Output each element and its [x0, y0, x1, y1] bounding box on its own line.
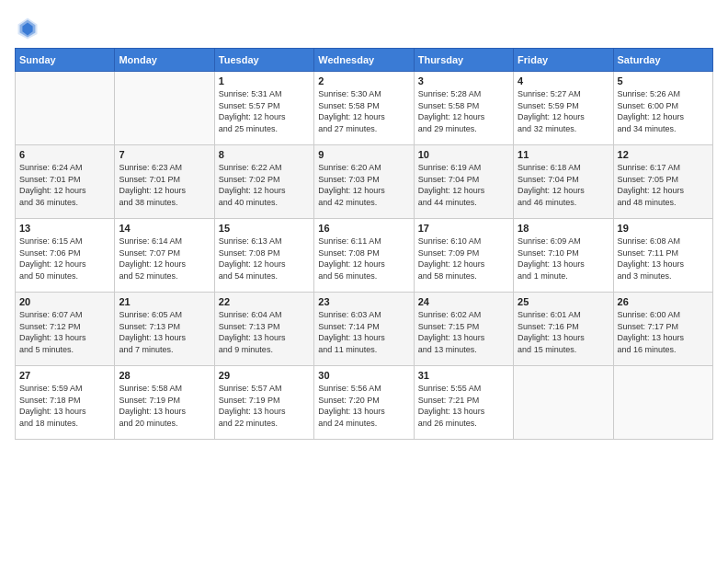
day-info: Sunrise: 6:10 AM Sunset: 7:09 PM Dayligh…: [418, 236, 509, 282]
week-row-0: 1Sunrise: 5:31 AM Sunset: 5:57 PM Daylig…: [16, 72, 713, 145]
day-number: 7: [119, 149, 210, 160]
day-info: Sunrise: 5:59 AM Sunset: 7:18 PM Dayligh…: [19, 383, 110, 429]
day-info: Sunrise: 6:20 AM Sunset: 7:03 PM Dayligh…: [318, 162, 409, 208]
calendar-cell: 22Sunrise: 6:04 AM Sunset: 7:13 PM Dayli…: [214, 293, 313, 366]
calendar-cell: 8Sunrise: 6:22 AM Sunset: 7:02 PM Daylig…: [214, 145, 313, 219]
day-info: Sunrise: 6:23 AM Sunset: 7:01 PM Dayligh…: [119, 162, 210, 208]
calendar-cell: 6Sunrise: 6:24 AM Sunset: 7:01 PM Daylig…: [16, 145, 115, 219]
day-info: Sunrise: 6:00 AM Sunset: 7:17 PM Dayligh…: [618, 309, 709, 355]
calendar-table: SundayMondayTuesdayWednesdayThursdayFrid…: [15, 48, 713, 440]
day-number: 27: [19, 370, 110, 381]
day-number: 3: [418, 75, 509, 86]
calendar-cell: 1Sunrise: 5:31 AM Sunset: 5:57 PM Daylig…: [214, 72, 313, 145]
calendar-cell: 28Sunrise: 5:58 AM Sunset: 7:19 PM Dayli…: [115, 366, 214, 440]
day-info: Sunrise: 6:04 AM Sunset: 7:13 PM Dayligh…: [219, 309, 310, 355]
calendar-cell: 18Sunrise: 6:09 AM Sunset: 7:10 PM Dayli…: [514, 219, 613, 293]
day-info: Sunrise: 6:19 AM Sunset: 7:04 PM Dayligh…: [418, 162, 509, 208]
day-info: Sunrise: 5:27 AM Sunset: 5:59 PM Dayligh…: [518, 88, 609, 134]
day-number: 12: [618, 149, 709, 160]
week-row-4: 27Sunrise: 5:59 AM Sunset: 7:18 PM Dayli…: [16, 366, 713, 440]
calendar-cell: 5Sunrise: 5:26 AM Sunset: 6:00 PM Daylig…: [613, 72, 712, 145]
week-row-3: 20Sunrise: 6:07 AM Sunset: 7:12 PM Dayli…: [16, 293, 713, 366]
header-wednesday: Wednesday: [314, 49, 414, 72]
day-number: 16: [318, 223, 409, 234]
day-info: Sunrise: 5:30 AM Sunset: 5:58 PM Dayligh…: [318, 88, 409, 134]
logo: [15, 15, 44, 40]
day-info: Sunrise: 6:11 AM Sunset: 7:08 PM Dayligh…: [318, 236, 409, 282]
day-info: Sunrise: 6:22 AM Sunset: 7:02 PM Dayligh…: [219, 162, 310, 208]
day-number: 23: [318, 296, 409, 307]
day-number: 6: [19, 149, 110, 160]
day-info: Sunrise: 6:01 AM Sunset: 7:16 PM Dayligh…: [518, 309, 609, 355]
calendar-cell: 19Sunrise: 6:08 AM Sunset: 7:11 PM Dayli…: [613, 219, 712, 293]
day-number: 14: [119, 223, 210, 234]
day-info: Sunrise: 5:28 AM Sunset: 5:58 PM Dayligh…: [418, 88, 509, 134]
day-number: 4: [518, 75, 609, 86]
header-row: SundayMondayTuesdayWednesdayThursdayFrid…: [16, 49, 713, 72]
day-info: Sunrise: 6:14 AM Sunset: 7:07 PM Dayligh…: [119, 236, 210, 282]
calendar-cell: [613, 366, 712, 440]
logo-icon: [15, 15, 40, 40]
calendar-cell: 16Sunrise: 6:11 AM Sunset: 7:08 PM Dayli…: [314, 219, 414, 293]
calendar-cell: 25Sunrise: 6:01 AM Sunset: 7:16 PM Dayli…: [514, 293, 613, 366]
week-row-2: 13Sunrise: 6:15 AM Sunset: 7:06 PM Dayli…: [16, 219, 713, 293]
calendar-cell: 13Sunrise: 6:15 AM Sunset: 7:06 PM Dayli…: [16, 219, 115, 293]
calendar-cell: [514, 366, 613, 440]
day-info: Sunrise: 6:18 AM Sunset: 7:04 PM Dayligh…: [518, 162, 609, 208]
day-info: Sunrise: 6:02 AM Sunset: 7:15 PM Dayligh…: [418, 309, 509, 355]
calendar-cell: [115, 72, 214, 145]
calendar-cell: 24Sunrise: 6:02 AM Sunset: 7:15 PM Dayli…: [414, 293, 513, 366]
calendar-cell: 14Sunrise: 6:14 AM Sunset: 7:07 PM Dayli…: [115, 219, 214, 293]
calendar-cell: 10Sunrise: 6:19 AM Sunset: 7:04 PM Dayli…: [414, 145, 513, 219]
day-number: 25: [518, 296, 609, 307]
day-number: 20: [19, 296, 110, 307]
calendar-cell: [16, 72, 115, 145]
header-monday: Monday: [115, 49, 214, 72]
day-number: 30: [318, 370, 409, 381]
calendar-cell: 15Sunrise: 6:13 AM Sunset: 7:08 PM Dayli…: [214, 219, 313, 293]
day-number: 11: [518, 149, 609, 160]
day-info: Sunrise: 6:24 AM Sunset: 7:01 PM Dayligh…: [19, 162, 110, 208]
day-number: 15: [219, 223, 310, 234]
calendar-cell: 31Sunrise: 5:55 AM Sunset: 7:21 PM Dayli…: [414, 366, 513, 440]
day-number: 24: [418, 296, 509, 307]
day-info: Sunrise: 6:13 AM Sunset: 7:08 PM Dayligh…: [219, 236, 310, 282]
calendar-cell: 27Sunrise: 5:59 AM Sunset: 7:18 PM Dayli…: [16, 366, 115, 440]
day-number: 10: [418, 149, 509, 160]
day-info: Sunrise: 6:05 AM Sunset: 7:13 PM Dayligh…: [119, 309, 210, 355]
header-friday: Friday: [514, 49, 613, 72]
calendar-cell: 29Sunrise: 5:57 AM Sunset: 7:19 PM Dayli…: [214, 366, 313, 440]
header-thursday: Thursday: [414, 49, 513, 72]
calendar-cell: 2Sunrise: 5:30 AM Sunset: 5:58 PM Daylig…: [314, 72, 414, 145]
day-number: 9: [318, 149, 409, 160]
calendar-cell: 21Sunrise: 6:05 AM Sunset: 7:13 PM Dayli…: [115, 293, 214, 366]
day-number: 17: [418, 223, 509, 234]
calendar-cell: 26Sunrise: 6:00 AM Sunset: 7:17 PM Dayli…: [613, 293, 712, 366]
day-number: 13: [19, 223, 110, 234]
calendar-cell: 20Sunrise: 6:07 AM Sunset: 7:12 PM Dayli…: [16, 293, 115, 366]
day-info: Sunrise: 5:58 AM Sunset: 7:19 PM Dayligh…: [119, 383, 210, 429]
day-info: Sunrise: 6:17 AM Sunset: 7:05 PM Dayligh…: [618, 162, 709, 208]
calendar-cell: 11Sunrise: 6:18 AM Sunset: 7:04 PM Dayli…: [514, 145, 613, 219]
calendar-cell: 17Sunrise: 6:10 AM Sunset: 7:09 PM Dayli…: [414, 219, 513, 293]
calendar-cell: 3Sunrise: 5:28 AM Sunset: 5:58 PM Daylig…: [414, 72, 513, 145]
day-info: Sunrise: 6:15 AM Sunset: 7:06 PM Dayligh…: [19, 236, 110, 282]
calendar-cell: 12Sunrise: 6:17 AM Sunset: 7:05 PM Dayli…: [613, 145, 712, 219]
calendar-cell: 4Sunrise: 5:27 AM Sunset: 5:59 PM Daylig…: [514, 72, 613, 145]
day-info: Sunrise: 5:55 AM Sunset: 7:21 PM Dayligh…: [418, 383, 509, 429]
header-sunday: Sunday: [16, 49, 115, 72]
header-saturday: Saturday: [613, 49, 712, 72]
calendar-cell: 23Sunrise: 6:03 AM Sunset: 7:14 PM Dayli…: [314, 293, 414, 366]
calendar-cell: 30Sunrise: 5:56 AM Sunset: 7:20 PM Dayli…: [314, 366, 414, 440]
day-info: Sunrise: 5:26 AM Sunset: 6:00 PM Dayligh…: [618, 88, 709, 134]
day-number: 28: [119, 370, 210, 381]
day-number: 2: [318, 75, 409, 86]
day-info: Sunrise: 6:03 AM Sunset: 7:14 PM Dayligh…: [318, 309, 409, 355]
day-number: 18: [518, 223, 609, 234]
day-number: 29: [219, 370, 310, 381]
day-number: 5: [618, 75, 709, 86]
day-number: 22: [219, 296, 310, 307]
day-info: Sunrise: 6:07 AM Sunset: 7:12 PM Dayligh…: [19, 309, 110, 355]
day-number: 21: [119, 296, 210, 307]
day-info: Sunrise: 6:08 AM Sunset: 7:11 PM Dayligh…: [618, 236, 709, 282]
